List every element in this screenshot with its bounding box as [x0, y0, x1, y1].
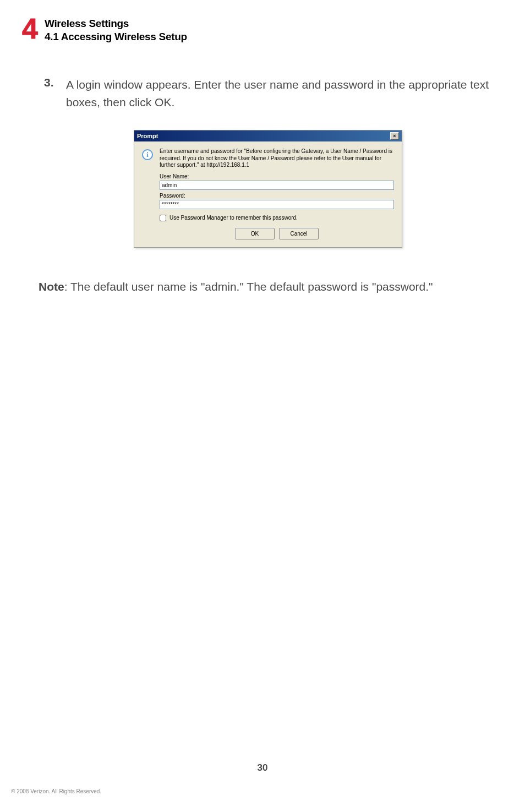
- main-content: 3. A login window appears. Enter the use…: [33, 76, 492, 295]
- cancel-button[interactable]: Cancel: [279, 228, 319, 239]
- dialog-title: Prompt: [137, 133, 158, 139]
- password-input[interactable]: [160, 200, 394, 209]
- dialog-titlebar: Prompt ×: [134, 130, 402, 141]
- remember-password-row: Use Password Manager to remember this pa…: [160, 215, 394, 221]
- note-label: Note: [39, 280, 64, 293]
- password-label: Password:: [160, 193, 394, 199]
- instruction-step: 3. A login window appears. Enter the use…: [44, 76, 492, 111]
- section-title: 4.1 Accessing Wireless Setup: [45, 31, 187, 43]
- dialog-button-row: OK Cancel: [160, 228, 394, 239]
- dialog-screenshot-container: Prompt × i Enter username and password f…: [44, 130, 492, 248]
- note-paragraph: Note: The default user name is "admin." …: [39, 278, 492, 296]
- dialog-content: Enter username and password for "Before …: [160, 148, 394, 239]
- page-number: 30: [0, 762, 525, 773]
- ok-button[interactable]: OK: [235, 228, 275, 239]
- username-label: User Name:: [160, 173, 394, 179]
- prompt-dialog: Prompt × i Enter username and password f…: [134, 130, 402, 248]
- page-header: 4 Wireless Settings 4.1 Accessing Wirele…: [22, 17, 492, 43]
- header-text-block: Wireless Settings 4.1 Accessing Wireless…: [45, 17, 187, 43]
- chapter-title: Wireless Settings: [45, 18, 187, 30]
- note-text: : The default user name is "admin." The …: [64, 280, 433, 293]
- dialog-body: i Enter username and password for "Befor…: [134, 141, 402, 247]
- close-button[interactable]: ×: [390, 132, 399, 140]
- username-input[interactable]: [160, 181, 394, 190]
- remember-password-checkbox[interactable]: [160, 215, 166, 221]
- info-icon: i: [142, 149, 153, 160]
- info-icon-glyph: i: [146, 150, 149, 159]
- copyright-text: © 2008 Verizon. All Rights Reserved.: [11, 788, 101, 794]
- remember-password-label: Use Password Manager to remember this pa…: [169, 215, 298, 221]
- chapter-number: 4: [22, 14, 38, 43]
- step-text: A login window appears. Enter the user n…: [66, 76, 492, 111]
- dialog-message: Enter username and password for "Before …: [160, 148, 394, 169]
- step-number: 3.: [44, 76, 56, 89]
